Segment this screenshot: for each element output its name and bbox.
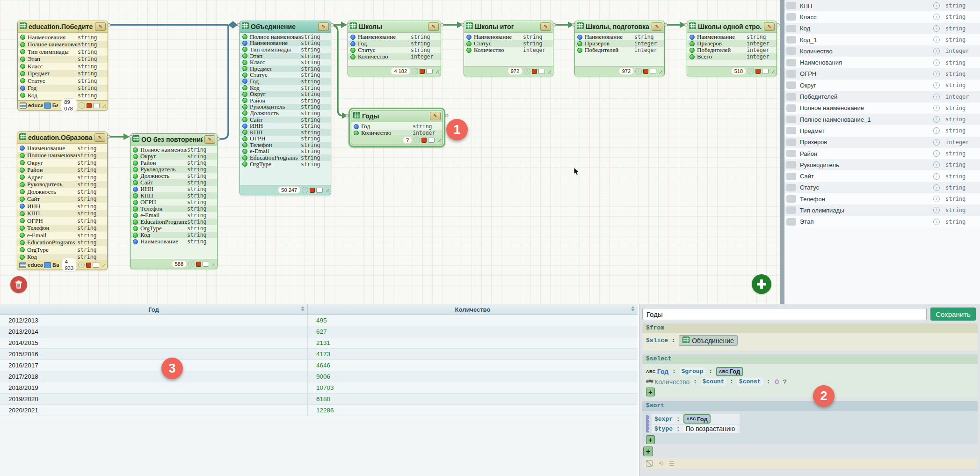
field-drag-handle[interactable] <box>786 150 796 157</box>
const-value[interactable]: 0 <box>775 378 779 386</box>
debug-icon[interactable] <box>755 69 761 74</box>
node-header[interactable]: Объединение✎ <box>240 21 331 33</box>
sort-expr-row[interactable]: $expr : АВС Год <box>652 414 740 424</box>
select-expr-god[interactable]: АВС Год : $group : АВС Год <box>646 367 974 376</box>
result-field-row[interactable]: Районistring <box>784 148 980 159</box>
info-icon[interactable]: i <box>933 94 940 100</box>
history-icon[interactable]: ⟲ <box>658 461 663 467</box>
node-header[interactable]: education.Образова...✎ <box>17 132 107 144</box>
comment-icon[interactable] <box>93 263 99 268</box>
field-drag-handle[interactable] <box>786 173 796 180</box>
edit-node-button[interactable]: ✎ <box>204 135 215 144</box>
comment-icon[interactable] <box>426 69 433 74</box>
field-drag-handle[interactable] <box>786 184 796 191</box>
field-drag-handle[interactable] <box>786 70 796 78</box>
info-icon[interactable]: i <box>933 127 940 134</box>
info-icon[interactable]: i <box>933 48 940 54</box>
comment-icon[interactable] <box>316 188 323 193</box>
panel-divider[interactable] <box>780 0 784 304</box>
sort-direction-value[interactable]: По возрастанию <box>683 425 737 432</box>
info-icon[interactable]: i <box>524 68 530 74</box>
node-education-obrazova[interactable]: education.Образова...✎Наименованиеstring… <box>17 132 108 270</box>
comment-icon[interactable] <box>428 138 435 143</box>
node-header[interactable]: ОО без повторений✎ <box>131 134 217 146</box>
result-field-row[interactable]: Призеровiinteger <box>784 137 980 148</box>
resize-handle[interactable] <box>658 69 662 73</box>
field-drag-handle[interactable] <box>786 59 796 66</box>
result-field-row[interactable]: Предметistring <box>784 125 980 136</box>
resize-handle[interactable] <box>211 262 215 266</box>
debug-icon[interactable] <box>421 138 427 143</box>
debug-icon[interactable] <box>310 188 315 193</box>
result-field-row[interactable]: Округistring <box>784 80 980 91</box>
info-icon[interactable]: i <box>933 14 940 20</box>
resize-handle[interactable] <box>101 263 105 267</box>
node-header[interactable]: Школы одной стро...✎ <box>687 21 777 33</box>
node-shkoly-itog[interactable]: Школы итог✎НаименованиеstringСтатусstrin… <box>464 21 553 76</box>
comment-icon[interactable] <box>650 69 656 74</box>
edit-node-button[interactable]: ✎ <box>540 22 551 31</box>
node-header[interactable]: Школы✎ <box>348 21 441 33</box>
edit-node-button[interactable]: ✎ <box>318 22 329 31</box>
node-header[interactable]: education.Победите...✎ <box>18 21 108 33</box>
field-drag-handle[interactable] <box>786 36 796 44</box>
info-icon[interactable]: i <box>933 150 940 157</box>
debug-icon[interactable] <box>196 262 201 267</box>
node-shkoly-podgotovka[interactable]: Школы, подготовка ...✎Наименованиеstring… <box>574 21 665 76</box>
result-field-row[interactable]: Сайтistring <box>784 170 980 182</box>
info-icon[interactable]: i <box>188 261 195 267</box>
sort-field-chip[interactable]: АВС Год <box>683 414 710 424</box>
result-field-row[interactable]: ОГРНistring <box>784 68 980 80</box>
result-field-row[interactable]: Руководительistring <box>784 159 980 170</box>
group-operator[interactable]: $group <box>680 367 705 375</box>
slice-source-chip[interactable]: Объединение <box>679 335 738 346</box>
node-shkoly-odnoy-stro[interactable]: Школы одной стро...✎НаименованиеstringПр… <box>687 21 777 76</box>
result-field-row[interactable]: Код_1istring <box>784 34 980 45</box>
field-drag-handle[interactable] <box>786 47 796 55</box>
edit-node-button[interactable]: ✎ <box>428 22 439 31</box>
result-field-row[interactable]: Кодistring <box>784 23 980 34</box>
field-drag-handle[interactable] <box>786 116 796 123</box>
edit-node-button[interactable]: ✎ <box>95 22 106 31</box>
info-icon[interactable]: i <box>79 102 85 109</box>
comment-icon[interactable] <box>762 69 769 74</box>
field-drag-handle[interactable] <box>786 161 796 168</box>
add-sort-expression-button[interactable]: + <box>646 435 655 444</box>
field-drag-handle[interactable] <box>786 206 796 214</box>
info-icon[interactable]: i <box>635 68 642 74</box>
edit-node-button[interactable]: ✎ <box>652 22 662 31</box>
node-header[interactable]: Школы итог✎ <box>464 21 553 33</box>
resize-handle[interactable] <box>770 69 775 73</box>
drag-handle[interactable] <box>646 415 649 432</box>
info-icon[interactable]: i <box>933 184 940 191</box>
result-field-row[interactable]: Количествоiinteger <box>784 45 980 57</box>
add-node-button[interactable] <box>752 274 771 294</box>
info-icon[interactable]: i <box>933 207 940 213</box>
field-chip-god[interactable]: АВС Год <box>716 367 743 376</box>
const-operator[interactable]: $const <box>737 378 763 386</box>
info-icon[interactable]: i <box>748 68 754 74</box>
info-icon[interactable]: i <box>933 37 940 43</box>
info-icon[interactable]: i <box>302 187 308 193</box>
result-field-row[interactable]: Тип олимпиадыistring <box>784 205 980 216</box>
field-drag-handle[interactable] <box>786 93 796 101</box>
sort-type-row[interactable]: $type : По возрастанию <box>652 425 740 433</box>
edit-node-button[interactable]: ✎ <box>764 22 775 31</box>
add-section-button[interactable]: + <box>643 447 653 456</box>
node-obedinenie[interactable]: Объединение✎Полное наименованиеstringНаи… <box>240 21 331 195</box>
comment-icon[interactable] <box>538 69 545 74</box>
info-icon[interactable]: i <box>933 71 940 77</box>
node-header[interactable]: Школы, подготовка ...✎ <box>575 21 664 33</box>
debug-icon[interactable] <box>87 103 92 108</box>
info-icon[interactable]: i <box>933 161 940 168</box>
field-drag-handle[interactable] <box>786 127 796 134</box>
info-icon[interactable]: i <box>933 173 940 180</box>
result-field-row[interactable]: КППistring <box>784 0 980 11</box>
info-icon[interactable]: i <box>933 82 940 88</box>
column-header-kolichestvo[interactable]: Количество <box>308 304 638 315</box>
field-drag-handle[interactable] <box>786 81 796 89</box>
comment-icon[interactable] <box>203 262 209 267</box>
field-drag-handle[interactable] <box>786 13 796 21</box>
info-icon[interactable]: i <box>933 116 940 123</box>
column-header-god[interactable]: Год <box>0 304 308 315</box>
